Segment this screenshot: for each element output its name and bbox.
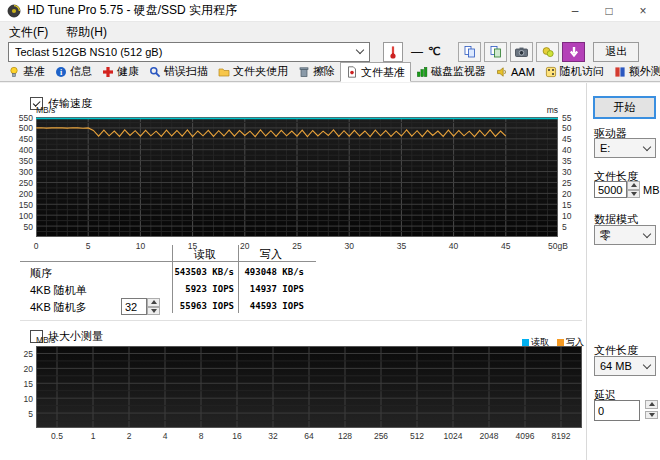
copy-text-button[interactable] [458,42,481,62]
start-button[interactable]: 开始 [593,96,656,119]
tick-label: 0.5 [41,432,73,441]
drive-combo[interactable]: E: [594,138,656,158]
chevron-down-icon [356,46,364,54]
maximize-button[interactable]: □ [592,0,626,21]
minimize-icon: – [572,4,579,18]
window-title: HD Tune Pro 5.75 - 硬盘/SSD 实用程序 [27,2,237,19]
tick-label: 5 [562,223,578,232]
chevron-down-icon [643,142,651,150]
tab-file-benchmark[interactable]: 文件基准 [340,62,411,82]
tick-label: 16 [221,432,253,441]
tick-label: 128 [329,432,361,441]
tick-label: 45 [562,135,578,144]
tab-disk-monitor[interactable]: 磁盘监视器 [411,62,491,81]
info-icon: i [55,66,67,78]
tick-label: 50 [6,223,33,232]
tick-label: 35 [562,157,578,166]
tick-label: 0 [21,242,51,251]
row-random-multi-write: 44593 IOPS [240,301,304,311]
file-benchmark-icon [346,66,358,78]
disk-monitor-icon [416,66,428,78]
arrow-up-icon [631,183,637,187]
camera-icon [514,45,529,59]
row-random-multi-read: 55963 IOPS [168,301,234,311]
tick-label: 30 [334,242,364,251]
exit-button-label: 退出 [605,44,627,59]
tab-random-access[interactable]: 随机访问 [540,62,609,81]
delay-input[interactable] [594,400,640,421]
arrow-down-icon [151,309,157,313]
tab-info[interactable]: i信息 [50,62,97,81]
tick-label: 32 [257,432,289,441]
file-length2-value: 64 MB [600,360,640,372]
screenshot-button[interactable] [510,42,533,62]
tick-label: 45 [491,242,521,251]
tick-label: 4 [149,432,181,441]
app-icon [7,4,21,18]
temperature-value: — [411,45,423,59]
menu-help[interactable]: 帮助(H) [57,24,116,41]
tab-health[interactable]: 健康 [97,62,144,81]
spin-up-button[interactable] [645,400,658,409]
health-icon [102,66,114,78]
file-length-input[interactable] [594,181,627,198]
minimize-button[interactable]: – [558,0,592,21]
tab-label: 擦除 [313,64,335,79]
top-chart-yunit-left: MB/s [36,106,55,115]
queue-depth-input[interactable] [121,298,147,315]
tick-label: 40 [439,242,469,251]
file-length-spinner: MB [594,181,660,198]
section-divider [20,320,582,321]
tick-label: 400 [6,146,33,155]
spin-up-button[interactable] [627,181,640,190]
tab-erase[interactable]: 擦除 [293,62,340,81]
row-sequential-label: 顺序 [30,266,52,281]
tab-label: 磁盘监视器 [431,64,486,79]
tick-label: 550 [6,114,33,123]
donate-button[interactable] [536,42,559,62]
menu-file[interactable]: 文件(F) [0,24,57,41]
spin-down-button[interactable] [627,190,640,199]
tab-label: 健康 [117,64,139,79]
tick-label: 350 [6,157,33,166]
temperature-unit-icon: ℃ [428,45,440,58]
copy-icon [463,45,477,59]
tick-label: 10 [562,212,578,221]
tick-label: 250 [6,179,33,188]
tab-label: 额外测试 [629,64,660,79]
exit-button[interactable]: 退出 [593,42,639,62]
tab-folder-usage[interactable]: 文件夹使用 [213,62,293,81]
row-random-multi-label: 4KB 随机多 [30,300,87,315]
chevron-down-icon [643,360,651,368]
drive-select[interactable]: Teclast 512GB NS10 (512 gB) [8,42,370,62]
tab-aam[interactable]: AAM [491,62,540,81]
tick-label: 55 [562,114,578,123]
tab-benchmark[interactable]: 基准 [3,62,50,81]
transfer-speed-chart [36,117,558,237]
tick-label: 5 [6,410,33,419]
tab-extra-tests[interactable]: 额外测试 [609,62,660,81]
spin-down-button[interactable] [645,411,658,420]
tab-error-scan[interactable]: 错误扫描 [144,62,213,81]
tick-label: 300 [6,168,33,177]
spin-down-button[interactable] [147,307,160,316]
drive-select-value: Teclast 512GB NS10 (512 gB) [15,46,353,58]
file-length2-combo[interactable]: 64 MB [594,356,656,376]
save-results-button[interactable] [562,42,585,62]
delay-spinner [594,400,658,421]
tick-label: 40 [562,146,578,155]
tick-label: 20 [6,365,33,374]
data-mode-combo[interactable]: 零 [594,225,656,245]
close-button[interactable]: × [626,0,660,21]
legend-swatch [522,339,529,346]
copy-image-button[interactable] [484,42,507,62]
tick-label: 30 [562,168,578,177]
arrow-up-icon [649,402,655,406]
tick-label: 1 [77,432,109,441]
speaker-icon [496,66,508,78]
tick-label: 8192 [545,432,577,441]
legend-swatch [557,339,564,346]
spin-up-button[interactable] [147,298,160,307]
tick-label: 25 [6,350,33,359]
tick-label: 100 [6,212,33,221]
